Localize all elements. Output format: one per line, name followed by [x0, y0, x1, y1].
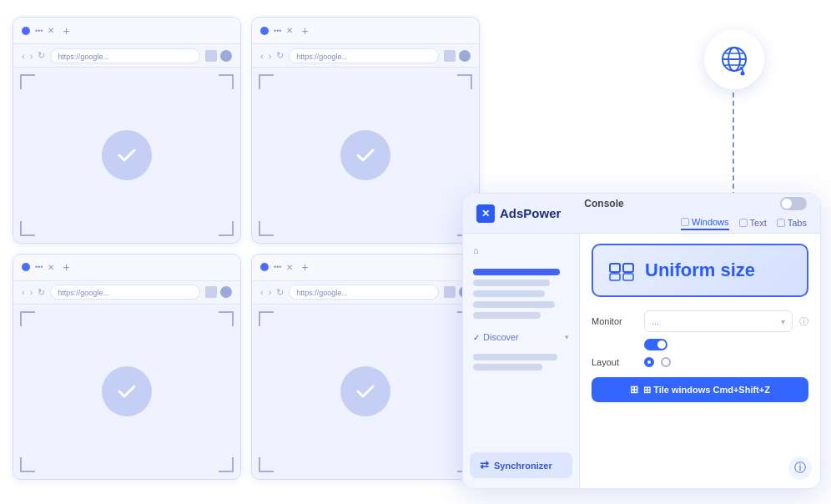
refresh-1[interactable]: ↻	[38, 50, 45, 61]
nav-icons-2	[444, 50, 471, 62]
panel-header: ✕ AdsPower Console Windows Text	[463, 194, 820, 234]
back-arrow-4[interactable]: ‹	[260, 287, 264, 297]
browser-dot-4	[260, 263, 269, 271]
nav-icons-1	[205, 50, 232, 62]
tab-text[interactable]: Text	[739, 215, 767, 230]
discover-label: ✓ Discover	[473, 332, 519, 342]
svg-rect-7	[623, 264, 633, 272]
sync-icon: ⇄	[480, 459, 489, 471]
browser-titlebar-3: ••• ✕ +	[13, 255, 240, 281]
refresh-4[interactable]: ↻	[276, 287, 284, 298]
tab-tabs-label: Tabs	[788, 218, 807, 228]
browser-menu-dots-2: •••	[274, 27, 281, 35]
refresh-3[interactable]: ↻	[38, 287, 45, 298]
url-bar-1[interactable]: https://google...	[50, 48, 200, 63]
checkmark-3	[102, 366, 152, 416]
corner-tl-4	[259, 311, 274, 326]
browser-new-tab-2[interactable]: +	[301, 24, 308, 38]
profile-row-3[interactable]	[473, 301, 555, 308]
back-arrow-1[interactable]: ‹	[22, 51, 25, 61]
browser-menu-dots-4: •••	[274, 263, 281, 271]
tab-windows-label: Windows	[692, 217, 729, 227]
browsers-grid: ••• ✕ + ‹ › ↻ https://google...	[13, 17, 480, 480]
monitor-toggle[interactable]	[644, 339, 667, 350]
monitor-input[interactable]: ... ▾	[644, 310, 793, 332]
forward-arrow-1[interactable]: ›	[30, 51, 33, 61]
sidebar-discover[interactable]: ✓ Discover ▾	[463, 327, 579, 347]
browser-titlebar-1: ••• ✕ +	[13, 18, 240, 44]
profile-icon-2	[459, 50, 471, 62]
console-toggle[interactable]	[780, 197, 807, 210]
browser-content-3	[13, 305, 240, 480]
corner-tl-2	[259, 74, 274, 89]
console-label: Console	[584, 198, 623, 209]
browser-close-4[interactable]: ✕	[286, 263, 293, 272]
info-icon: ⓘ	[794, 461, 806, 476]
corner-bl-4	[259, 457, 274, 472]
tab-check-tabs	[777, 219, 785, 227]
forward-arrow-3[interactable]: ›	[30, 287, 33, 297]
browser-window-4: ••• ✕ + ‹ › ↻ https://google...	[251, 254, 480, 481]
browser-nav-1: ‹ › ↻ https://google...	[13, 44, 240, 68]
browser-new-tab-4[interactable]: +	[301, 260, 308, 274]
browser-content-2	[252, 68, 479, 243]
layout-radio-selected[interactable]	[644, 357, 654, 367]
home-icon: ⌂	[473, 245, 479, 255]
ext-icon-1	[205, 50, 217, 62]
logo-icon: ✕	[476, 204, 495, 223]
toggle-row	[592, 339, 808, 350]
back-arrow-2[interactable]: ‹	[260, 51, 264, 61]
url-bar-4[interactable]: https://google...	[289, 285, 439, 300]
browser-dot-3	[22, 263, 30, 271]
back-arrow-3[interactable]: ‹	[22, 287, 25, 297]
monitor-label: Monitor	[592, 316, 637, 326]
url-bar-2[interactable]: https://google...	[289, 48, 439, 63]
monitor-value: ...	[652, 316, 781, 326]
tile-windows-icon: ⊞	[630, 384, 638, 396]
layout-radio-empty[interactable]	[661, 357, 671, 367]
logo-text: AdsPower	[500, 206, 561, 220]
checkmark-2	[340, 130, 390, 180]
bottom-info-icon[interactable]: ⓘ	[788, 456, 812, 480]
uniform-size-icon	[608, 257, 635, 284]
svg-rect-6	[610, 264, 620, 272]
discover-row-2	[473, 364, 542, 370]
refresh-2[interactable]: ↻	[276, 50, 284, 61]
url-bar-3[interactable]: https://google...	[50, 285, 200, 300]
profile-row-2[interactable]	[473, 290, 545, 297]
browser-close-3[interactable]: ✕	[48, 263, 54, 272]
svg-rect-9	[623, 274, 633, 280]
browser-content-1	[13, 68, 240, 243]
discover-row-1	[473, 354, 557, 360]
uniform-size-card[interactable]: Uniform size	[592, 244, 808, 297]
profile-row-4[interactable]	[473, 312, 541, 319]
browser-new-tab-1[interactable]: +	[63, 24, 69, 38]
browser-window-2: ••• ✕ + ‹ › ↻ https://google...	[251, 17, 480, 244]
corner-tl-1	[20, 74, 35, 89]
corner-tr-1	[219, 74, 234, 89]
profile-icon-3	[220, 286, 232, 298]
browser-close-1[interactable]: ✕	[48, 26, 54, 35]
discover-text: Discover	[483, 332, 519, 342]
ext-icon-4	[444, 286, 456, 298]
profile-row-selected[interactable]	[473, 269, 560, 275]
browser-window-3: ••• ✕ + ‹ › ↻ https://google...	[13, 254, 241, 481]
panel-sidebar: ⌂ ✓ Discover ▾	[463, 234, 580, 488]
tab-windows[interactable]: Windows	[681, 215, 729, 230]
sidebar-sync[interactable]: ⇄ Synchronizer	[470, 452, 572, 478]
tile-windows-label: ⊞ Tile windows Cmd+Shift+Z	[643, 385, 770, 396]
checkmark-1	[102, 130, 152, 180]
browser-close-2[interactable]: ✕	[286, 26, 293, 35]
forward-arrow-4[interactable]: ›	[269, 287, 272, 297]
browser-new-tab-3[interactable]: +	[63, 260, 69, 274]
tab-tabs[interactable]: Tabs	[777, 215, 807, 230]
svg-rect-8	[610, 274, 620, 280]
browser-dot-1	[22, 27, 30, 35]
profile-row-1[interactable]	[473, 280, 550, 286]
uniform-size-label: Uniform size	[645, 260, 755, 281]
forward-arrow-2[interactable]: ›	[269, 51, 272, 61]
tile-windows-button[interactable]: ⊞ ⊞ Tile windows Cmd+Shift+Z	[592, 377, 808, 402]
browser-window-1: ••• ✕ + ‹ › ↻ https://google...	[13, 17, 241, 244]
panel-body: ⌂ ✓ Discover ▾	[463, 234, 820, 488]
corner-tr-2	[457, 74, 472, 89]
